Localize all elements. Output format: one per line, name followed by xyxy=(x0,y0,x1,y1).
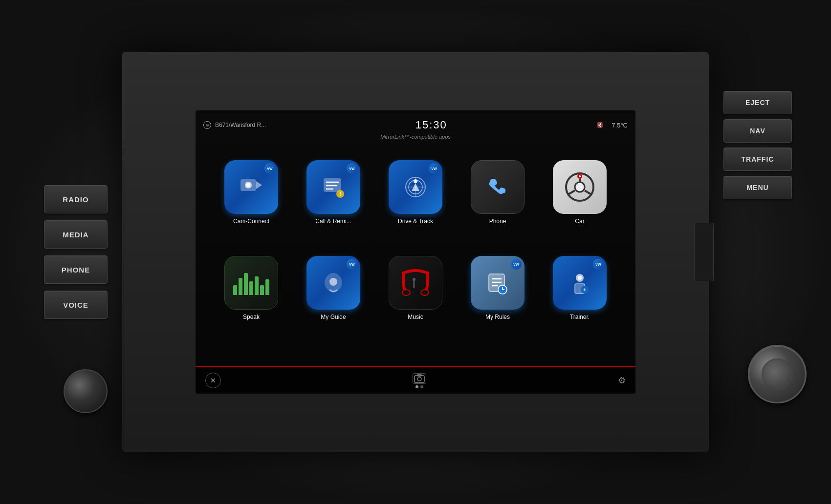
app-my-rules[interactable]: VW My Rules xyxy=(459,243,536,333)
page-indicators xyxy=(416,385,423,388)
app-my-guide[interactable]: VW My Guide xyxy=(295,243,372,333)
volume-icon: 🔇 xyxy=(596,122,604,128)
car-label: Car xyxy=(575,218,584,225)
main-screen: ⊙ B671/Wansford R... 15:30 🔇 7.5°C Mirro… xyxy=(196,110,635,394)
page-dot-1 xyxy=(416,385,418,388)
vw-badge-5: VW xyxy=(511,259,522,270)
phone-icon xyxy=(471,160,525,214)
call-reminder-label: Call & Remi... xyxy=(315,218,351,225)
svg-point-2 xyxy=(246,183,250,187)
trainer-icon: VW + xyxy=(553,256,607,310)
drive-track-label: Drive & Track xyxy=(398,218,433,225)
svg-point-14 xyxy=(414,179,417,183)
media-button[interactable]: MEDIA xyxy=(44,220,108,249)
phone-label: Phone xyxy=(489,218,506,225)
svg-point-23 xyxy=(402,290,410,295)
status-time: 15:30 xyxy=(416,119,447,131)
svg-point-16 xyxy=(575,182,585,192)
app-call-reminder[interactable]: VW ! Call & Remi... xyxy=(295,147,372,237)
radio-button[interactable]: RADIO xyxy=(44,185,108,213)
eject-button[interactable]: EJECT xyxy=(723,91,792,114)
svg-point-21 xyxy=(579,175,581,177)
bottom-bar: ✕ ⚙ xyxy=(196,366,635,394)
settings-button[interactable]: ⚙ xyxy=(618,375,626,386)
bottom-knob[interactable] xyxy=(64,369,108,413)
svg-text:!: ! xyxy=(339,191,341,197)
left-panel: RADIO MEDIA PHONE VOICE xyxy=(44,185,108,319)
app-phone[interactable]: Phone xyxy=(459,147,536,237)
music-icon xyxy=(389,256,442,310)
svg-rect-39 xyxy=(415,376,424,382)
my-guide-icon: VW xyxy=(306,256,360,310)
phone-button[interactable]: PHONE xyxy=(44,255,108,284)
vw-badge: VW xyxy=(264,163,275,174)
speak-label: Speak xyxy=(243,314,260,320)
vw-badge-6: VW xyxy=(593,259,604,270)
drive-track-icon: VW xyxy=(389,160,442,214)
menu-button[interactable]: MENU xyxy=(723,176,792,199)
mirrorlink-label: MirrorLink™-compatible apps xyxy=(203,134,628,140)
call-reminder-icon: VW ! xyxy=(306,160,360,214)
equalizer xyxy=(233,271,269,295)
svg-point-35 xyxy=(578,276,582,280)
apps-grid: VW Cam-Connect V xyxy=(203,147,628,333)
vw-badge-4: VW xyxy=(347,259,357,270)
volume-knob[interactable] xyxy=(748,345,807,403)
trainer-label: Trainer. xyxy=(570,314,590,320)
my-rules-label: My Rules xyxy=(485,314,510,320)
compass-icon: ⊙ xyxy=(203,121,211,129)
speak-icon xyxy=(224,256,278,310)
location-text: B671/Wansford R... xyxy=(215,122,266,128)
my-rules-icon: VW xyxy=(471,256,525,310)
back-button[interactable]: ✕ xyxy=(205,373,221,388)
status-location: ⊙ B671/Wansford R... xyxy=(203,121,266,129)
app-speak[interactable]: Speak xyxy=(213,243,289,333)
app-drive-track[interactable]: VW Drive & Track xyxy=(377,147,454,237)
nav-button[interactable]: NAV xyxy=(723,119,792,143)
right-panel: EJECT NAV TRAFFIC MENU xyxy=(723,91,792,199)
vw-badge-2: VW xyxy=(347,163,357,174)
svg-text:+: + xyxy=(583,287,586,293)
car-unit: RADIO MEDIA PHONE VOICE EJECT NAV TRAFFI… xyxy=(0,0,831,504)
app-cam-connect[interactable]: VW Cam-Connect xyxy=(213,147,289,237)
head-unit-body: RADIO MEDIA PHONE VOICE EJECT NAV TRAFFI… xyxy=(122,52,709,452)
svg-point-22 xyxy=(329,278,337,286)
vw-badge-3: VW xyxy=(429,163,439,174)
car-icon-img xyxy=(553,160,607,214)
music-label: Music xyxy=(408,314,423,320)
cam-connect-label: Cam-Connect xyxy=(233,218,269,225)
svg-point-40 xyxy=(417,377,421,381)
bottom-center xyxy=(413,373,426,388)
temperature: 7.5°C xyxy=(612,122,628,129)
status-bar: ⊙ B671/Wansford R... 15:30 🔇 7.5°C xyxy=(203,116,628,134)
svg-line-19 xyxy=(585,190,592,195)
svg-line-18 xyxy=(568,190,575,195)
page-dot-2 xyxy=(420,385,423,388)
traffic-button[interactable]: TRAFFIC xyxy=(723,147,792,171)
svg-point-26 xyxy=(413,278,416,281)
card-slot xyxy=(694,223,714,281)
app-car[interactable]: Car xyxy=(542,147,618,237)
app-trainer[interactable]: VW + Trainer. xyxy=(542,243,618,333)
app-music[interactable]: Music xyxy=(377,243,454,333)
status-right: 🔇 7.5°C xyxy=(596,122,628,129)
svg-point-24 xyxy=(421,290,429,295)
voice-button[interactable]: VOICE xyxy=(44,291,108,319)
svg-marker-3 xyxy=(256,181,262,189)
screenshot-button[interactable] xyxy=(413,373,426,384)
cam-connect-icon: VW xyxy=(224,160,278,214)
screen-content: ⊙ B671/Wansford R... 15:30 🔇 7.5°C Mirro… xyxy=(196,110,635,394)
my-guide-label: My Guide xyxy=(321,314,346,320)
